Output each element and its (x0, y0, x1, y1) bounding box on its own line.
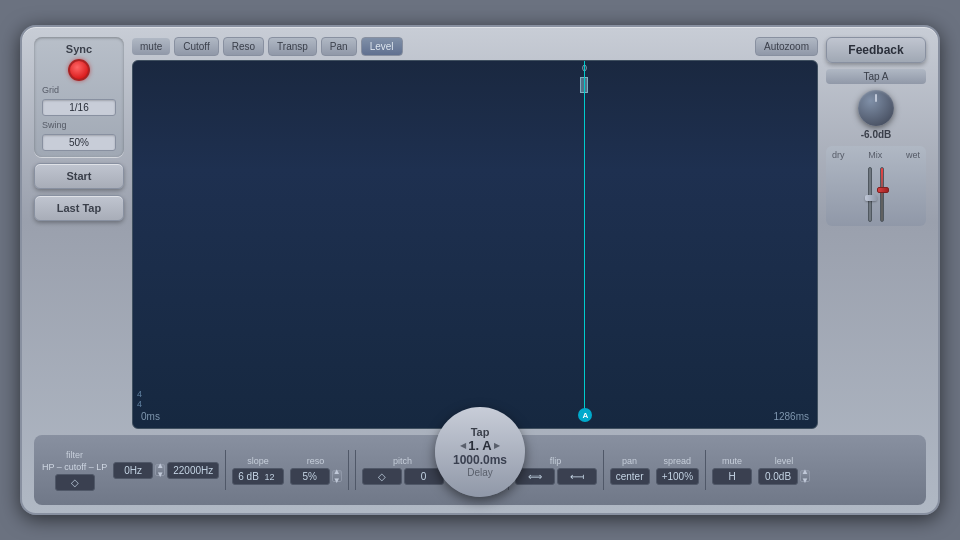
slope-control: 6 dB 12 (232, 468, 283, 485)
bottom-row: filter HP – cutoff – LP ◇ 0Hz ▲▼ 22000Hz… (34, 435, 926, 505)
main-row: Sync Grid 1/16 Swing 50% Start Last Tap … (34, 37, 926, 429)
mix-dry-label: dry (832, 150, 845, 160)
tab-cutoff[interactable]: Cutoff (174, 37, 219, 56)
flip-section: flip ⟺ ⟻ (515, 456, 597, 485)
wet-fader-handle[interactable] (877, 187, 889, 193)
pan-section: pan center (610, 456, 650, 485)
center-display: mute Cutoff Reso Transp Pan Level Autozo… (132, 37, 818, 429)
tap-arrow-right[interactable]: ▶ (494, 441, 500, 450)
mix-title-row: dry Mix wet (832, 150, 920, 160)
separator-5 (603, 450, 604, 490)
display-tabs: mute Cutoff Reso Transp Pan Level Autozo… (132, 37, 818, 56)
grid-value[interactable]: 1/16 (42, 99, 116, 116)
dry-fader-handle[interactable] (865, 195, 877, 201)
wet-fader-track[interactable] (880, 167, 884, 222)
tap-arrow-left[interactable]: ◀ (460, 441, 466, 450)
time-signature: 44 (137, 390, 142, 410)
autozoom-button[interactable]: Autozoom (755, 37, 818, 56)
grid-label: Grid (42, 85, 59, 95)
mute-icon-box[interactable]: H (712, 468, 752, 485)
slope-db: dB (247, 471, 259, 482)
pitch-control: ◇ 0 (362, 468, 444, 485)
pitch-icon[interactable]: ◇ (362, 468, 402, 485)
dry-fader-track[interactable] (868, 167, 872, 222)
tap-circle-label: Tap (471, 426, 490, 438)
level-value[interactable]: 0.0dB (758, 468, 798, 485)
feedback-knob-container: -6.0dB (826, 90, 926, 140)
flip-label: flip (550, 456, 562, 466)
pan-label: pan (622, 456, 637, 466)
slope-badge: 12 (262, 471, 278, 483)
swing-label: Swing (42, 120, 67, 130)
spread-value[interactable]: +100% (656, 468, 699, 485)
tap-delay-label: Delay (467, 467, 493, 478)
feedback-knob-value: -6.0dB (861, 129, 892, 140)
filter-control: ◇ (55, 474, 95, 491)
separator-1 (225, 450, 226, 490)
spread-label: spread (664, 456, 692, 466)
level-arrow[interactable]: ▲▼ (800, 470, 810, 482)
sync-label: Sync (66, 43, 92, 55)
plugin-container: Sync Grid 1/16 Swing 50% Start Last Tap … (20, 25, 940, 515)
mix-section: dry Mix wet (826, 146, 926, 226)
mix-faders (832, 162, 920, 222)
slope-value[interactable]: 6 dB 12 (232, 468, 283, 485)
slope-label: slope (247, 456, 269, 466)
sync-panel: Sync Grid 1/16 Swing 50% (34, 37, 124, 157)
level-label: level (775, 456, 794, 466)
tab-transp[interactable]: Transp (268, 37, 317, 56)
tap-delay-value: 1000.0ms (453, 453, 507, 467)
tap-a-dot: A (578, 408, 592, 422)
slope-num: 6 (238, 471, 244, 482)
tap-selector: ◀ 1. A ▶ (460, 438, 499, 453)
right-panel: Feedback Tap A -6.0dB dry Mix wet (826, 37, 926, 429)
pitch-section: pitch ◇ 0 (362, 456, 444, 485)
spread-section: spread +100% (656, 456, 699, 485)
flip-icon2[interactable]: ⟻ (557, 468, 597, 485)
mix-label: Mix (868, 150, 882, 160)
filter-label: filter (66, 450, 83, 460)
filter-freq-low[interactable]: 0Hz (113, 462, 153, 479)
mix-wet-label: wet (906, 150, 920, 160)
pitch-label: pitch (393, 456, 412, 466)
filter-section: filter HP – cutoff – LP ◇ (42, 450, 107, 491)
feedback-knob[interactable] (858, 90, 894, 126)
pan-value[interactable]: center (610, 468, 650, 485)
slope-section: slope 6 dB 12 (232, 456, 283, 485)
level-control: 0.0dB ▲▼ (758, 468, 810, 485)
feedback-button[interactable]: Feedback (826, 37, 926, 63)
tab-reso[interactable]: Reso (223, 37, 264, 56)
reso-control: 5% ▲▼ (290, 468, 342, 485)
swing-value[interactable]: 50% (42, 134, 116, 151)
pitch-value[interactable]: 0 (404, 468, 444, 485)
filter-freq-high[interactable]: 22000Hz (167, 462, 219, 479)
flip-control: ⟺ ⟻ (515, 468, 597, 485)
reso-arrow[interactable]: ▲▼ (332, 470, 342, 482)
filter-icon-box[interactable]: ◇ (55, 474, 95, 491)
filter-value-control: 0Hz ▲▼ 22000Hz (113, 462, 219, 479)
tap-marker-line (584, 61, 585, 410)
mute-tab-button[interactable]: mute (132, 38, 170, 55)
tap-circle[interactable]: Tap ◀ 1. A ▶ 1000.0ms Delay (435, 407, 525, 497)
reso-value[interactable]: 5% (290, 468, 330, 485)
filter-arrow[interactable]: ▲▼ (155, 464, 165, 476)
level-section: level 0.0dB ▲▼ (758, 456, 810, 485)
reso-section: reso 5% ▲▼ (290, 456, 342, 485)
sync-indicator[interactable] (68, 59, 90, 81)
last-tap-button[interactable]: Last Tap (34, 195, 124, 221)
start-button[interactable]: Start (34, 163, 124, 189)
reso-label: reso (307, 456, 325, 466)
separator-3 (355, 450, 356, 490)
tab-pan[interactable]: Pan (321, 37, 357, 56)
filter-type: HP – cutoff – LP (42, 462, 107, 472)
tab-level[interactable]: Level (361, 37, 403, 56)
mute-label-bottom: mute (722, 456, 742, 466)
left-panel: Sync Grid 1/16 Swing 50% Start Last Tap (34, 37, 124, 429)
separator-6 (705, 450, 706, 490)
filter-values-section: 0Hz ▲▼ 22000Hz (113, 462, 219, 479)
waveform-display: 0 A 0ms 1286ms 44 (132, 60, 818, 429)
time-right-label: 1286ms (773, 411, 809, 422)
separator-2 (348, 450, 349, 490)
mute-section: mute H (712, 456, 752, 485)
time-left-label: 0ms (141, 411, 160, 422)
